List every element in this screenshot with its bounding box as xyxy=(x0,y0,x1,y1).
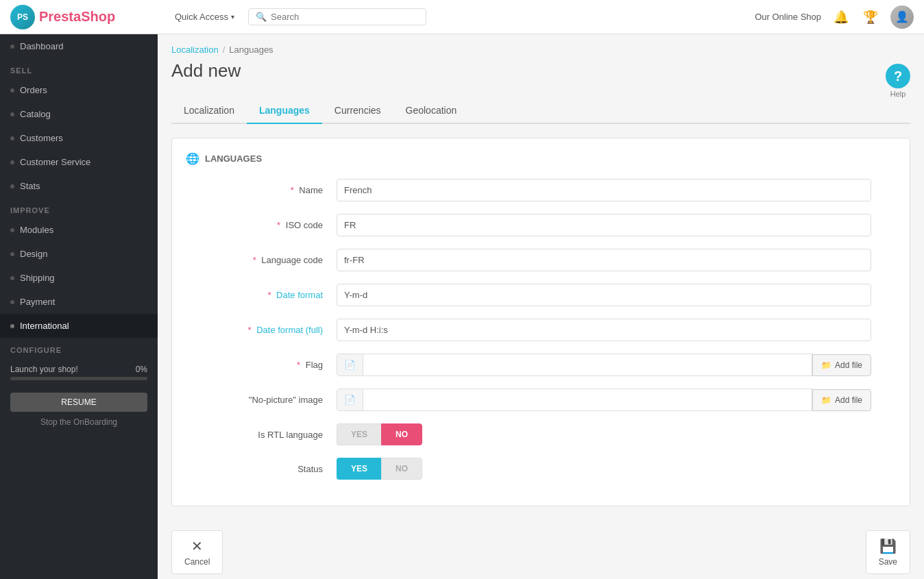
section-improve: IMPROVE xyxy=(0,198,158,218)
sidebar-label-modules: Modules xyxy=(20,225,53,235)
sidebar-item-customers[interactable]: Customers xyxy=(0,126,158,150)
required-star-flag: * xyxy=(297,360,300,370)
field-label-date-full: Date format (full) xyxy=(256,325,323,335)
input-iso[interactable] xyxy=(337,214,871,236)
label-no-picture: "No-picture" image xyxy=(186,395,337,405)
tab-languages[interactable]: Languages xyxy=(247,98,322,124)
sidebar-label-orders: Orders xyxy=(20,85,47,95)
content-inner: Localization / Languages Add new ? Help … xyxy=(158,34,924,579)
resume-button[interactable]: RESUME xyxy=(10,393,147,412)
label-date: * Date format xyxy=(186,290,337,300)
rtl-no-button[interactable]: NO xyxy=(381,423,422,445)
sidebar-item-design[interactable]: Design xyxy=(0,242,158,266)
languages-card: 🌐 LANGUAGES * Name * ISO code xyxy=(171,138,910,506)
status-no-button[interactable]: NO xyxy=(381,458,422,480)
shop-name: Our Online Shop xyxy=(755,12,821,22)
field-label-rtl: Is RTL language xyxy=(258,430,323,440)
required-star-iso: * xyxy=(277,220,280,230)
breadcrumb-parent[interactable]: Localization xyxy=(171,45,219,55)
sidebar-label-payment: Payment xyxy=(20,297,55,307)
no-picture-add-file-button[interactable]: 📁 Add file xyxy=(812,389,871,411)
input-name[interactable] xyxy=(337,179,871,201)
quick-access-menu[interactable]: Quick Access ▾ xyxy=(175,12,234,22)
search-bar[interactable]: 🔍 xyxy=(248,8,426,25)
logo-presta: Presta xyxy=(39,9,81,24)
stop-onboarding-link[interactable]: Stop the OnBoarding xyxy=(0,417,158,432)
quick-access-label: Quick Access xyxy=(175,12,228,22)
content-area: Localization / Languages Add new ? Help … xyxy=(158,34,924,579)
breadcrumb-current: Languages xyxy=(229,45,273,55)
customers-icon xyxy=(10,136,14,140)
field-label-iso: ISO code xyxy=(286,220,323,230)
rtl-yes-button[interactable]: YES xyxy=(337,423,381,445)
sidebar-item-dashboard[interactable]: Dashboard xyxy=(0,34,158,58)
search-input[interactable] xyxy=(271,12,419,22)
sidebar-item-orders[interactable]: Orders xyxy=(0,78,158,102)
required-star-name: * xyxy=(291,185,294,195)
progress-bar-bg xyxy=(10,377,147,380)
flag-file-text[interactable] xyxy=(363,354,812,376)
user-avatar[interactable]: 👤 xyxy=(890,5,914,29)
flag-file-input: 📄 📁 Add file xyxy=(337,354,871,376)
input-lang-code[interactable] xyxy=(337,249,871,271)
sidebar-item-payment[interactable]: Payment xyxy=(0,290,158,314)
sidebar-item-catalog[interactable]: Catalog xyxy=(0,102,158,126)
sidebar: Dashboard SELL Orders Catalog Customers … xyxy=(0,34,158,579)
input-date[interactable] xyxy=(337,284,871,306)
sidebar-label-customers: Customers xyxy=(20,133,63,143)
customer-service-icon xyxy=(10,160,14,164)
progress-label: Launch your shop! 0% xyxy=(10,365,147,374)
form-row-flag: * Flag 📄 📁 Add file xyxy=(186,354,896,376)
catalog-icon xyxy=(10,112,14,116)
topbar-right: Our Online Shop 🔔 🏆 👤 xyxy=(755,5,914,29)
international-icon xyxy=(10,324,14,328)
no-picture-file-text[interactable] xyxy=(363,389,812,411)
help-button[interactable]: ? xyxy=(886,64,910,88)
sidebar-item-shipping[interactable]: Shipping xyxy=(0,266,158,290)
shipping-icon xyxy=(10,276,14,280)
progress-section: Launch your shop! 0% xyxy=(0,358,158,387)
topbar: PS PrestaShop Quick Access ▾ 🔍 Our Onlin… xyxy=(0,0,924,34)
sidebar-item-customer-service[interactable]: Customer Service xyxy=(0,150,158,174)
label-iso: * ISO code xyxy=(186,220,337,230)
field-label-lang-code: Language code xyxy=(261,255,323,265)
tabs: Localization Languages Currencies Geoloc… xyxy=(171,98,910,124)
form-row-no-picture: "No-picture" image 📄 📁 Add file xyxy=(186,389,896,411)
tab-localization[interactable]: Localization xyxy=(171,98,247,124)
breadcrumb-separator: / xyxy=(223,45,226,55)
field-label-no-picture: "No-picture" image xyxy=(249,395,323,405)
label-lang-code: * Language code xyxy=(186,255,337,265)
form-row-name: * Name xyxy=(186,179,896,201)
cancel-button[interactable]: ✕ Cancel xyxy=(171,530,223,574)
card-header: 🌐 LANGUAGES xyxy=(186,152,896,165)
tab-currencies[interactable]: Currencies xyxy=(322,98,393,124)
form-row-lang-code: * Language code xyxy=(186,249,896,271)
card-header-label: LANGUAGES xyxy=(205,153,262,164)
sidebar-item-stats[interactable]: Stats xyxy=(0,174,158,198)
notifications-icon[interactable]: 🔔 xyxy=(831,8,851,27)
avatar-image: 👤 xyxy=(890,5,914,29)
flag-add-file-button[interactable]: 📁 Add file xyxy=(812,354,871,376)
input-date-full[interactable] xyxy=(337,319,871,341)
sidebar-label-design: Design xyxy=(20,249,47,259)
logo: PS PrestaShop xyxy=(10,5,161,29)
rtl-toggle: YES NO xyxy=(337,423,422,445)
action-bar: ✕ Cancel 💾 Save xyxy=(171,520,910,579)
save-label: Save xyxy=(879,557,897,567)
trophy-icon[interactable]: 🏆 xyxy=(861,8,880,27)
quick-access-arrow-icon: ▾ xyxy=(231,13,234,21)
no-picture-file-icon-button[interactable]: 📄 xyxy=(337,389,363,411)
sidebar-item-international[interactable]: International xyxy=(0,314,158,338)
flag-file-icon-button[interactable]: 📄 xyxy=(337,354,363,376)
sidebar-item-modules[interactable]: Modules xyxy=(0,218,158,242)
save-button[interactable]: 💾 Save xyxy=(866,530,910,574)
field-label-date: Date format xyxy=(276,290,323,300)
launch-percent: 0% xyxy=(136,365,147,374)
label-rtl: Is RTL language xyxy=(186,430,337,440)
status-yes-button[interactable]: YES xyxy=(337,458,381,480)
tab-geolocation[interactable]: Geolocation xyxy=(393,98,470,124)
cancel-label: Cancel xyxy=(184,557,210,567)
logo-text: PrestaShop xyxy=(39,9,115,25)
stats-icon xyxy=(10,184,14,188)
page-title: Add new xyxy=(171,60,241,82)
